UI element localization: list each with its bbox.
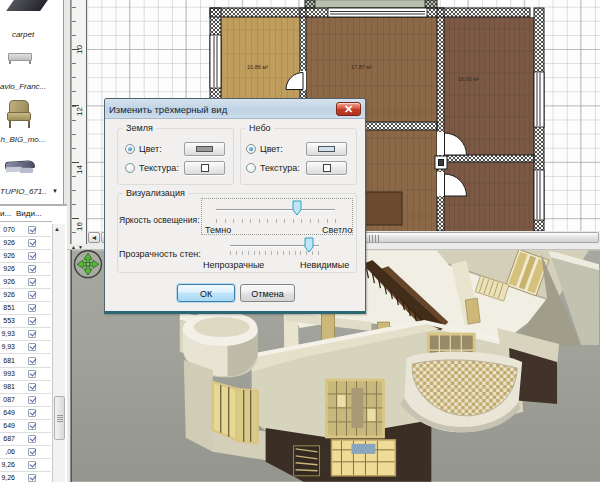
svg-text:17,87 м²: 17,87 м² (351, 64, 372, 70)
svg-text:10,86 м²: 10,86 м² (247, 64, 268, 70)
svg-text:16,66 м²: 16,66 м² (458, 76, 479, 82)
